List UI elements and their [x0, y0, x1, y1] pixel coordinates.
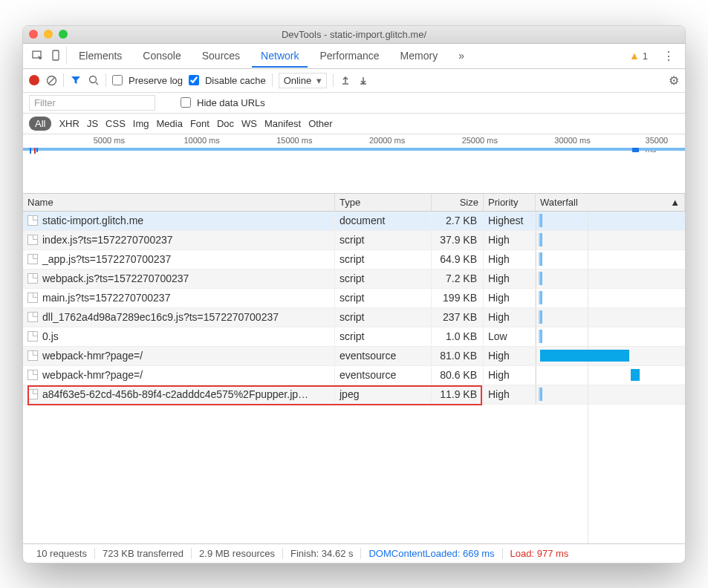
request-grid: static-import.glitch.medocument2.7 KBHig… — [23, 212, 685, 543]
warnings-badge[interactable]: ▲ 1 — [629, 50, 648, 62]
file-icon — [27, 273, 38, 284]
tab-sources[interactable]: Sources — [193, 44, 249, 68]
request-priority: High — [484, 347, 536, 365]
filter-font[interactable]: Font — [190, 118, 210, 129]
filter-manifest[interactable]: Manifest — [264, 118, 301, 129]
col-waterfall-header[interactable]: Waterfall▲ — [536, 194, 685, 211]
request-size: 2.7 KB — [432, 212, 484, 230]
request-waterfall — [536, 327, 685, 346]
col-name-header[interactable]: Name — [23, 194, 335, 211]
record-icon[interactable] — [29, 75, 39, 85]
request-name: a84f63e5-62cd-456b-89f4-c2adddc4e575%2Fp… — [42, 388, 308, 400]
network-toolbar: Preserve log Disable cache Online ⚙ — [23, 69, 685, 93]
file-icon — [27, 293, 38, 303]
file-icon — [27, 370, 38, 380]
throttling-select[interactable]: Online — [279, 73, 328, 88]
device-icon[interactable] — [50, 50, 62, 62]
request-waterfall — [536, 385, 685, 404]
table-row[interactable]: _app.js?ts=1572270700237script64.9 KBHig… — [23, 250, 685, 270]
inspect-icon[interactable] — [32, 50, 44, 62]
upload-icon[interactable] — [340, 74, 351, 86]
request-size: 81.0 KB — [432, 347, 484, 365]
table-row[interactable]: webpack-hmr?page=/eventsource81.0 KBHigh — [23, 347, 685, 366]
preserve-log-checkbox[interactable] — [112, 75, 123, 85]
request-size: 199 KB — [432, 289, 484, 307]
request-size: 37.9 KB — [432, 231, 484, 249]
window-title: DevTools - static-import.glitch.me/ — [23, 29, 685, 40]
filter-doc[interactable]: Doc — [217, 118, 234, 129]
file-icon — [27, 331, 38, 342]
filter-input[interactable]: Filter — [29, 95, 155, 111]
status-resources: 2.9 MB resources — [192, 548, 283, 559]
request-type: document — [335, 212, 432, 230]
disable-cache-label: Disable cache — [205, 75, 266, 86]
request-priority: High — [484, 289, 536, 307]
request-name: main.js?ts=1572270700237 — [42, 292, 170, 304]
request-priority: High — [484, 385, 536, 404]
request-waterfall — [536, 308, 685, 327]
table-row[interactable]: webpack-hmr?page=/eventsource80.6 KBHigh — [23, 366, 685, 385]
request-name: webpack.js?ts=1572270700237 — [42, 272, 189, 284]
filter-all[interactable]: All — [29, 117, 51, 131]
tab-performance[interactable]: Performance — [311, 44, 388, 68]
col-type-header[interactable]: Type — [335, 194, 432, 211]
svg-rect-1 — [53, 50, 59, 60]
search-icon[interactable] — [88, 74, 100, 86]
filter-js[interactable]: JS — [87, 118, 98, 129]
tab-network[interactable]: Network — [252, 44, 308, 68]
request-waterfall — [536, 347, 685, 365]
request-waterfall — [536, 231, 685, 249]
table-row[interactable]: index.js?ts=1572270700237script37.9 KBHi… — [23, 231, 685, 250]
hide-urls-checkbox[interactable] — [181, 97, 191, 108]
filter-img[interactable]: Img — [133, 118, 149, 129]
tab-memory[interactable]: Memory — [392, 44, 447, 68]
table-row[interactable]: static-import.glitch.medocument2.7 KBHig… — [23, 212, 685, 231]
filter-xhr[interactable]: XHR — [59, 118, 79, 129]
request-waterfall — [536, 212, 685, 230]
request-priority: Highest — [484, 212, 536, 230]
table-header: Name Type Size Priority Waterfall▲ — [23, 194, 685, 212]
tab-elements[interactable]: Elements — [70, 44, 131, 68]
request-size: 80.6 KB — [432, 366, 484, 385]
request-size: 237 KB — [432, 308, 484, 327]
more-menu-icon[interactable]: ⋮ — [657, 49, 681, 63]
filter-media[interactable]: Media — [156, 118, 182, 129]
col-priority-header[interactable]: Priority — [484, 194, 536, 211]
request-type: script — [335, 289, 432, 307]
filter-ws[interactable]: WS — [241, 118, 257, 129]
request-priority: Low — [484, 327, 536, 346]
filter-other[interactable]: Other — [308, 118, 333, 129]
titlebar: DevTools - static-import.glitch.me/ — [23, 26, 685, 44]
filter-icon[interactable] — [70, 74, 82, 86]
request-size: 64.9 KB — [432, 250, 484, 269]
request-waterfall — [536, 270, 685, 288]
request-type: script — [335, 308, 432, 327]
request-name: webpack-hmr?page=/ — [42, 369, 143, 381]
table-row[interactable]: dll_1762a4d98a7289ec16c9.js?ts=157227070… — [23, 308, 685, 327]
tab-console[interactable]: Console — [134, 44, 189, 68]
table-row[interactable]: 0.jsscript1.0 KBLow — [23, 327, 685, 347]
status-bar: 10 requests 723 KB transferred 2.9 MB re… — [23, 543, 685, 563]
tab-overflow-icon[interactable]: » — [449, 44, 473, 68]
request-size: 7.2 KB — [432, 270, 484, 288]
gear-icon[interactable]: ⚙ — [669, 74, 679, 88]
request-waterfall — [536, 366, 685, 385]
col-size-header[interactable]: Size — [432, 194, 484, 211]
download-icon[interactable] — [357, 74, 369, 86]
table-row[interactable]: a84f63e5-62cd-456b-89f4-c2adddc4e575%2Fp… — [23, 385, 685, 405]
request-size: 1.0 KB — [432, 327, 484, 346]
file-icon — [27, 215, 38, 226]
clear-icon[interactable] — [45, 74, 57, 86]
request-name: webpack-hmr?page=/ — [42, 350, 143, 362]
filter-bar: Filter Hide data URLs — [23, 93, 685, 114]
request-priority: High — [484, 308, 536, 327]
table-row[interactable]: main.js?ts=1572270700237script199 KBHigh — [23, 289, 685, 308]
request-type: eventsource — [335, 347, 432, 365]
table-row[interactable]: webpack.js?ts=1572270700237script7.2 KBH… — [23, 270, 685, 289]
timeline-overview[interactable]: 5000 ms 10000 ms 15000 ms 20000 ms 25000… — [23, 134, 685, 194]
disable-cache-checkbox[interactable] — [189, 75, 199, 85]
warning-count: 1 — [643, 50, 648, 62]
filter-css[interactable]: CSS — [105, 118, 126, 129]
request-priority: High — [484, 231, 536, 249]
request-type: script — [335, 231, 432, 249]
